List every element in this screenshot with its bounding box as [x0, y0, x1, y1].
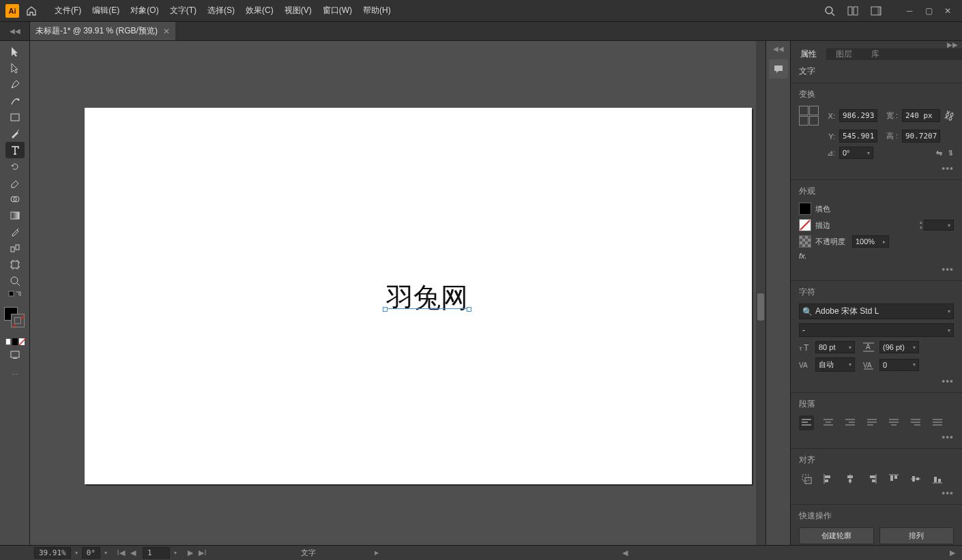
rotate-dropdown-icon[interactable]: ▾: [104, 550, 107, 556]
status-menu-icon[interactable]: ▶: [375, 550, 379, 556]
font-style-input[interactable]: -▾: [799, 323, 954, 337]
x-input[interactable]: [839, 109, 877, 122]
color-mode-toggles[interactable]: [5, 337, 25, 347]
tracking-input[interactable]: 0▾: [879, 359, 919, 371]
zoom-dropdown-icon[interactable]: ▾: [75, 550, 78, 556]
rotate-view-input[interactable]: 0°: [82, 547, 100, 559]
shapebuilder-tool[interactable]: [5, 191, 25, 207]
justify-center-icon[interactable]: [886, 415, 901, 430]
menu-edit[interactable]: 编辑(E): [87, 5, 125, 16]
artboard-number-input[interactable]: 1: [143, 547, 170, 559]
zoom-level-input[interactable]: 39.91%: [34, 547, 71, 559]
width-input[interactable]: [902, 109, 940, 122]
justify-left-icon[interactable]: [864, 415, 879, 430]
character-more-icon[interactable]: •••: [799, 376, 954, 387]
canvas-area[interactable]: 羽兔网: [30, 41, 766, 545]
direct-selection-tool[interactable]: [5, 60, 25, 76]
close-tab-icon[interactable]: ✕: [163, 27, 170, 36]
kerning-input[interactable]: 自动▾: [815, 357, 855, 372]
link-wh-icon[interactable]: ⛓: [943, 109, 956, 123]
document-tab[interactable]: 未标题-1* @ 39.91 % (RGB/预览) ✕: [30, 22, 175, 40]
stroke-weight-input[interactable]: ▾: [924, 220, 954, 231]
justify-all-icon[interactable]: [930, 415, 945, 430]
tab-libraries[interactable]: 库: [862, 48, 889, 60]
window-minimize-icon[interactable]: ─: [901, 4, 918, 18]
pen-tool[interactable]: [5, 76, 25, 93]
paragraph-more-icon[interactable]: •••: [799, 432, 954, 443]
panel-collapse-icon[interactable]: ▶▶: [791, 41, 962, 48]
y-input[interactable]: [839, 130, 877, 143]
leading-input[interactable]: (96 pt)▾: [879, 341, 919, 353]
align-right-objects-icon[interactable]: [864, 471, 879, 486]
rectangle-tool[interactable]: [5, 109, 25, 126]
align-bottom-objects-icon[interactable]: [930, 471, 945, 486]
opacity-input[interactable]: 100%▸: [852, 235, 889, 248]
align-more-icon[interactable]: •••: [799, 488, 954, 499]
canvas-text-object[interactable]: 羽兔网: [386, 279, 468, 316]
fx-label[interactable]: fx.: [799, 252, 807, 260]
workspace-icon[interactable]: [871, 5, 881, 16]
comments-panel-icon[interactable]: [769, 59, 788, 78]
justify-right-icon[interactable]: [908, 415, 923, 430]
home-icon[interactable]: [25, 4, 38, 18]
align-to-icon[interactable]: [799, 471, 814, 486]
stroke-color-swatch[interactable]: [799, 219, 811, 231]
fill-color-swatch[interactable]: [799, 203, 811, 215]
window-close-icon[interactable]: ✕: [939, 4, 957, 18]
menu-file[interactable]: 文件(F): [49, 5, 87, 16]
tab-properties[interactable]: 属性: [791, 48, 826, 60]
artboard[interactable]: 羽兔网: [85, 108, 752, 484]
hscroll-right-icon[interactable]: ▶: [947, 548, 958, 557]
transform-more-icon[interactable]: •••: [799, 163, 954, 174]
next-artboard-icon[interactable]: ▶: [185, 548, 196, 557]
align-left-objects-icon[interactable]: [821, 471, 836, 486]
flip-vertical-icon[interactable]: ⥮: [948, 149, 954, 158]
hscroll-left-icon[interactable]: ◀: [620, 548, 630, 557]
dock-collapse-icon[interactable]: ◀◀: [773, 45, 784, 53]
blend-tool[interactable]: [5, 240, 25, 256]
vertical-scrollbar[interactable]: [756, 41, 766, 545]
stroke-weight-stepper[interactable]: ▴▾: [920, 220, 922, 231]
align-right-icon[interactable]: [843, 415, 858, 430]
arrange-button[interactable]: 排列: [879, 527, 954, 544]
artboard-tool[interactable]: [5, 256, 25, 273]
fill-stroke-swap-icon[interactable]: [5, 289, 25, 300]
arrange-documents-icon[interactable]: [847, 5, 858, 16]
eyedropper-tool[interactable]: [5, 224, 25, 240]
font-size-input[interactable]: 80 pt▾: [815, 341, 855, 353]
vertical-scrollbar-thumb[interactable]: [757, 293, 764, 321]
align-center-icon[interactable]: [821, 415, 836, 430]
font-family-input[interactable]: 🔍Adobe 宋体 Std L▾: [799, 304, 954, 319]
align-hcenter-objects-icon[interactable]: [843, 471, 858, 486]
menu-view[interactable]: 视图(V): [279, 5, 317, 16]
window-maximize-icon[interactable]: ▢: [920, 4, 937, 18]
height-input[interactable]: [902, 130, 940, 143]
menu-type[interactable]: 文字(T): [164, 5, 202, 16]
zoom-tool[interactable]: [5, 273, 25, 289]
search-icon[interactable]: [824, 5, 835, 16]
menu-effect[interactable]: 效果(C): [240, 5, 279, 16]
edit-toolbar-icon[interactable]: ···: [5, 366, 25, 382]
reference-point-picker[interactable]: [799, 106, 819, 126]
artboard-dropdown-icon[interactable]: ▾: [174, 550, 177, 556]
menu-select[interactable]: 选择(S): [202, 5, 240, 16]
gradient-tool[interactable]: [5, 207, 25, 224]
tab-layers[interactable]: 图层: [826, 48, 862, 60]
prev-artboard-icon[interactable]: ◀: [128, 548, 139, 557]
rotate-tool[interactable]: [5, 158, 25, 175]
curvature-tool[interactable]: [5, 93, 25, 109]
flip-horizontal-icon[interactable]: ⇋: [936, 149, 942, 158]
first-artboard-icon[interactable]: I◀: [115, 548, 126, 557]
create-outlines-button[interactable]: 创建轮廓: [799, 527, 874, 544]
paintbrush-tool[interactable]: [5, 126, 25, 142]
align-left-icon[interactable]: [799, 415, 814, 430]
screen-mode-tool[interactable]: [5, 347, 25, 363]
fill-stroke-swatches[interactable]: [3, 304, 27, 337]
type-tool[interactable]: [5, 142, 25, 158]
toolbar-collapse-icon[interactable]: ◀◀: [0, 22, 30, 40]
menu-window[interactable]: 窗口(W): [317, 5, 358, 16]
appearance-more-icon[interactable]: •••: [799, 264, 954, 275]
selection-tool[interactable]: [5, 44, 25, 60]
angle-input[interactable]: 0°▾: [839, 147, 873, 159]
menu-object[interactable]: 对象(O): [125, 5, 164, 16]
